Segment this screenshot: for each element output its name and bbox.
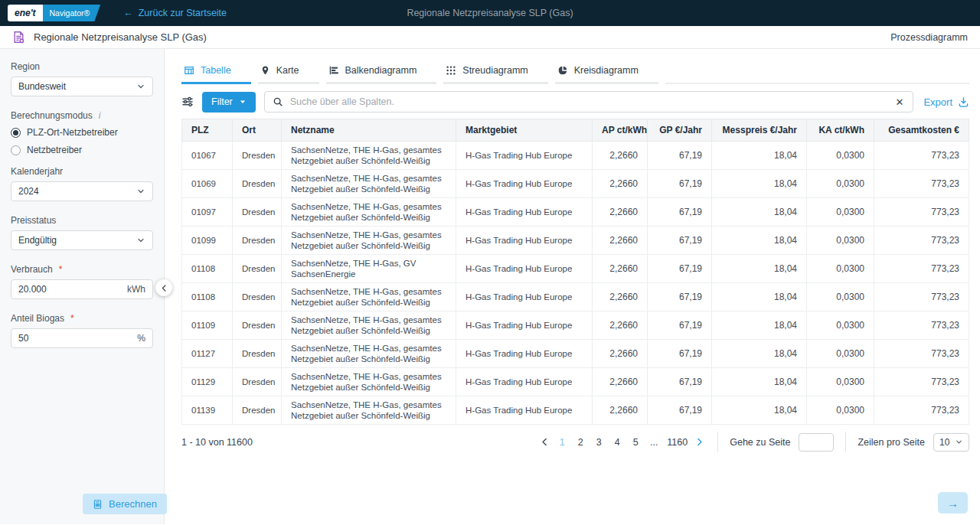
- chevron-down-icon: [955, 438, 963, 446]
- year-select[interactable]: 2024: [11, 181, 153, 201]
- app-header: Regionale Netzpreisanalyse SLP (Gas) Pro…: [0, 26, 980, 49]
- table-cell: 18,04: [712, 198, 807, 227]
- region-select[interactable]: Bundesweit: [11, 77, 153, 96]
- enet-navigator-logo: ene't Navigator®: [8, 5, 100, 21]
- table-cell: 773,23: [874, 368, 969, 396]
- column-header: Marktgebiet: [456, 119, 593, 142]
- clear-search-button[interactable]: ✕: [894, 96, 906, 108]
- table-cell: 0,0300: [807, 227, 874, 255]
- table-cell: H-Gas Trading Hub Europe: [456, 311, 593, 340]
- table-toolbar: Filter ✕ Export: [181, 91, 969, 112]
- table-cell: H-Gas Trading Hub Europe: [456, 255, 593, 283]
- table-cell: 67,19: [648, 170, 712, 198]
- biogas-unit: %: [137, 333, 145, 344]
- filter-button-label: Filter: [211, 96, 233, 107]
- pagination: 1 - 10 von 11600 1 2 3 4 5 ... 1160 Gehe…: [181, 432, 969, 452]
- previous-page-button[interactable]: [538, 435, 551, 448]
- tab-tabelle[interactable]: Tabelle: [181, 60, 251, 84]
- table-cell: 18,04: [712, 340, 807, 368]
- radio-netzbetreiber[interactable]: Netzbetreiber: [11, 143, 153, 157]
- tab-karte[interactable]: Karte: [258, 60, 319, 84]
- search-box: ✕: [264, 91, 914, 112]
- info-icon[interactable]: i: [99, 110, 101, 121]
- table-cell: H-Gas Trading Hub Europe: [456, 227, 593, 255]
- chevron-right-icon: [694, 437, 704, 447]
- results-table-wrap: PLZOrtNetznameMarktgebietAP ct/kWhGP €/J…: [181, 119, 969, 425]
- column-settings-button[interactable]: [181, 96, 194, 108]
- chevron-down-icon: [136, 187, 145, 196]
- biogas-inputbox: %: [11, 328, 153, 348]
- process-diagram-link[interactable]: Prozessdiagramm: [890, 32, 968, 43]
- table-cell: 2,2660: [593, 396, 648, 425]
- goto-page-label: Gehe zu Seite: [730, 437, 790, 448]
- page-number[interactable]: 1160: [665, 435, 690, 449]
- table-row: 01108DresdenSachsenNetze, THE H-Gas, GV …: [182, 255, 969, 283]
- tab-streudiagramm[interactable]: Streudiagramm: [443, 60, 547, 84]
- mode-label: Berechnungsmodus i: [11, 110, 153, 121]
- calculate-button[interactable]: Berechnen: [83, 494, 167, 514]
- table-cell: 773,23: [874, 311, 969, 340]
- table-cell: 2,2660: [593, 311, 648, 340]
- table-cell: 2,2660: [593, 255, 648, 283]
- table-cell: SachsenNetze, THE H-Gas, gesamtes Netzge…: [282, 170, 456, 198]
- page-number[interactable]: 1: [554, 435, 570, 449]
- table-cell: SachsenNetze, THE H-Gas, gesamtes Netzge…: [282, 311, 456, 340]
- table-cell: 0,0300: [807, 368, 874, 396]
- rows-per-page-select[interactable]: 10: [933, 433, 969, 452]
- biogas-label: Anteil Biogas*: [11, 313, 153, 324]
- consumption-input[interactable]: [18, 284, 103, 295]
- table-row: 01097DresdenSachsenNetze, THE H-Gas, ges…: [182, 198, 969, 227]
- column-header: Messpreis €/Jahr: [712, 119, 807, 142]
- table-row: 01129DresdenSachsenNetze, THE H-Gas, ges…: [182, 368, 969, 396]
- goto-page-input[interactable]: [799, 433, 834, 452]
- rows-per-page-label: Zeilen pro Seite: [858, 437, 925, 448]
- table-cell: Dresden: [233, 340, 282, 368]
- search-input[interactable]: [290, 96, 887, 107]
- column-header: Gesamtkosten €: [874, 119, 969, 142]
- table-cell: 0,0300: [807, 170, 874, 198]
- column-header: AP ct/kWh: [593, 119, 648, 142]
- table-row: 01069DresdenSachsenNetze, THE H-Gas, ges…: [182, 170, 969, 198]
- table-cell: 18,04: [712, 283, 807, 311]
- table-cell: Dresden: [233, 170, 282, 198]
- tab-balkendiagramm[interactable]: Balkendiagramm: [326, 60, 437, 84]
- table-cell: Dresden: [233, 227, 282, 255]
- price-status-select[interactable]: Endgültig: [11, 230, 153, 250]
- table-cell: H-Gas Trading Hub Europe: [456, 368, 593, 396]
- export-label: Export: [923, 96, 952, 108]
- table-cell: SachsenNetze, THE H-Gas, GV SachsenEnerg…: [282, 255, 456, 283]
- page-number[interactable]: 4: [609, 435, 625, 449]
- table-cell: Dresden: [233, 396, 282, 425]
- back-to-home-link[interactable]: ← Zurück zur Startseite: [123, 8, 227, 18]
- page-number[interactable]: 3: [591, 435, 606, 449]
- radio-unselected-icon: [11, 145, 21, 155]
- table-cell: 18,04: [712, 368, 807, 396]
- filter-button[interactable]: Filter: [202, 92, 256, 112]
- page-number[interactable]: 5: [628, 435, 643, 449]
- goto-page-group: Gehe zu Seite: [730, 433, 834, 452]
- radio-plz-ort-netzbetreiber[interactable]: PLZ-Ort-Netzbetreiber: [11, 126, 153, 139]
- radio-label: PLZ-Ort-Netzbetreiber: [27, 127, 118, 138]
- tab-kreisdiagramm[interactable]: Kreisdiagramm: [555, 60, 658, 84]
- table-cell: 18,04: [712, 170, 807, 198]
- next-step-button[interactable]: →: [938, 492, 968, 514]
- rows-per-page-group: Zeilen pro Seite 10: [858, 433, 969, 452]
- price-status-select-value: Endgültig: [18, 235, 57, 246]
- table-cell: 773,23: [874, 198, 969, 227]
- sidebar-collapse-button[interactable]: [155, 279, 172, 296]
- page-number[interactable]: 2: [573, 435, 588, 449]
- table-cell: 18,04: [712, 396, 807, 425]
- table-cell: 67,19: [648, 340, 712, 368]
- arrow-right-icon: →: [947, 497, 959, 510]
- price-status-label: Preisstatus: [11, 215, 153, 226]
- table-cell: 0,0300: [807, 142, 874, 170]
- export-button[interactable]: Export: [923, 96, 969, 108]
- year-select-value: 2024: [18, 186, 39, 197]
- table-cell: 0,0300: [807, 198, 874, 227]
- table-cell: H-Gas Trading Hub Europe: [456, 170, 593, 198]
- biogas-input[interactable]: [18, 333, 103, 344]
- table-row: 01108DresdenSachsenNetze, THE H-Gas, ges…: [182, 283, 969, 311]
- table-cell: 773,23: [874, 340, 969, 368]
- pie-chart-icon: [557, 65, 568, 76]
- next-page-button[interactable]: [693, 435, 706, 448]
